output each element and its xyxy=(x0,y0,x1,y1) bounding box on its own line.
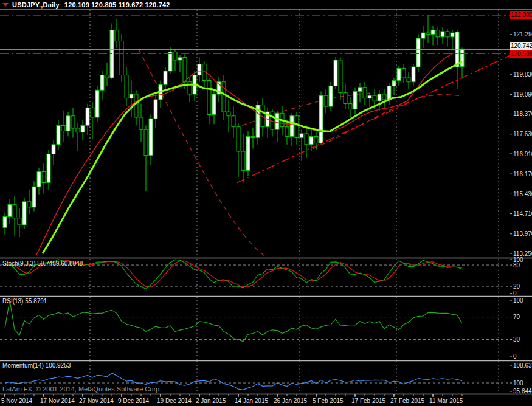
candle-body xyxy=(125,75,128,98)
price-axis-label: 119.830 xyxy=(513,71,532,78)
candle-body xyxy=(61,125,65,131)
momentum-label: Momentum(14) 100.9253 xyxy=(2,362,71,369)
indicator-axis-label: 80 xyxy=(513,262,520,269)
candle-body xyxy=(426,33,430,34)
candle-body xyxy=(139,117,143,129)
date-axis-label: 26 Jan 2015 xyxy=(274,397,307,404)
candle-body xyxy=(319,95,323,143)
candle-body xyxy=(154,100,157,119)
candle-body xyxy=(300,134,303,138)
indicator-axis-label: 108.6378 xyxy=(513,362,532,369)
candle-body xyxy=(329,86,333,106)
candle-body xyxy=(441,32,444,37)
candle-body xyxy=(382,94,386,100)
candle-body xyxy=(348,104,352,109)
candle-body xyxy=(295,116,299,138)
candle-body xyxy=(52,145,55,154)
candle-body xyxy=(285,127,289,137)
candle-body xyxy=(100,75,104,91)
date-axis-label: 19 Dec 2014 xyxy=(157,397,192,404)
candle-body xyxy=(275,113,279,129)
candle-body xyxy=(251,136,255,137)
candle-body xyxy=(95,90,99,117)
candle-body xyxy=(246,136,250,170)
date-axis-label: 9 Dec 2014 xyxy=(118,397,150,404)
candle-body xyxy=(290,116,294,137)
price-axis-label: 115.430 xyxy=(513,191,532,198)
candle-body xyxy=(407,78,410,82)
candle-body xyxy=(363,88,367,98)
candle-body xyxy=(149,119,153,155)
candle-body xyxy=(378,94,381,101)
candle-body xyxy=(134,94,138,117)
date-axis-label: 5 Feb 2015 xyxy=(313,397,344,404)
price-axis-label: 113.970 xyxy=(513,230,532,237)
candle-body xyxy=(22,202,26,225)
price-tag-bid: 120.589 xyxy=(510,50,532,58)
ohlc-readout: 120.109 120.805 119.672 120.742 xyxy=(64,1,170,9)
candle-body xyxy=(47,154,50,182)
candle-body xyxy=(164,71,167,84)
chart-title-bar: USDJPY.,Daily 120.109 120.805 119.672 12… xyxy=(2,1,170,9)
dashed-up-low-line xyxy=(313,94,459,149)
candle-body xyxy=(232,116,235,127)
collapse-triangle-icon[interactable] xyxy=(2,3,9,7)
candle-body xyxy=(37,172,41,187)
price-axis-label: 114.710 xyxy=(513,210,532,217)
date-axis-label: 14 Jan 2015 xyxy=(235,397,268,404)
candle-body xyxy=(32,187,36,207)
candle-body xyxy=(71,116,75,128)
indicator-axis-label: 30 xyxy=(513,336,520,343)
candle-body xyxy=(130,94,133,98)
candle-body xyxy=(309,136,313,144)
candle-body xyxy=(3,217,7,228)
candle-body xyxy=(353,91,357,109)
candle-body xyxy=(392,81,396,86)
date-axis-label: 17 Feb 2015 xyxy=(351,397,386,404)
indicator-axis-label: 100 xyxy=(513,297,523,304)
candle-body xyxy=(314,136,318,143)
ma-slow-lime-line xyxy=(43,61,462,253)
candle-body xyxy=(212,94,216,115)
date-axis-label: 5 Nov 2014 xyxy=(1,397,33,404)
candle-body xyxy=(115,30,119,41)
price-axis-label: 121.290 xyxy=(513,31,532,38)
candle-body xyxy=(431,30,435,35)
candle-body xyxy=(13,204,16,218)
chart-canvas[interactable]: 121.290119.830119.090118.370117.630116.9… xyxy=(0,0,532,406)
rsi-label: RSI(13) 55.8791 xyxy=(2,298,47,304)
price-axis-label: 116.910 xyxy=(513,151,532,157)
indicator-axis-label: 20 xyxy=(513,283,520,290)
price-axis-label: 117.630 xyxy=(513,131,532,137)
candle-body xyxy=(402,68,406,78)
candle-body xyxy=(57,125,60,144)
candle-body xyxy=(373,95,376,101)
symbol-timeframe-label: USDJPY.,Daily xyxy=(12,1,60,9)
stochastic-label: Stoch(9,3,3) 50.7459 60.6048 xyxy=(2,260,83,267)
candle-body xyxy=(76,128,80,132)
candle-body xyxy=(120,41,123,75)
candle-body xyxy=(198,64,201,75)
candle-body xyxy=(339,60,342,93)
date-axis-label: 27 Nov 2014 xyxy=(79,397,114,404)
candle-body xyxy=(241,151,245,170)
candle-body xyxy=(436,30,440,37)
price-tag-last-close: 120.742 xyxy=(510,42,532,50)
candle-body xyxy=(237,127,240,151)
date-axis-label: 17 Nov 2014 xyxy=(40,397,75,404)
candle-body xyxy=(66,116,70,131)
candle-body xyxy=(183,57,187,81)
candle-body xyxy=(305,134,308,145)
candle-body xyxy=(368,95,371,98)
candle-body xyxy=(387,86,391,99)
candle-body xyxy=(86,108,89,125)
candle-body xyxy=(358,88,362,92)
candle-body xyxy=(451,33,454,37)
rsi-line xyxy=(5,300,462,342)
candle-body xyxy=(91,108,94,117)
price-axis-label: 119.090 xyxy=(513,91,532,98)
candle-body xyxy=(324,95,328,106)
candle-body xyxy=(105,75,109,78)
rsi-plot-area xyxy=(0,297,510,360)
candle-body xyxy=(18,218,21,225)
